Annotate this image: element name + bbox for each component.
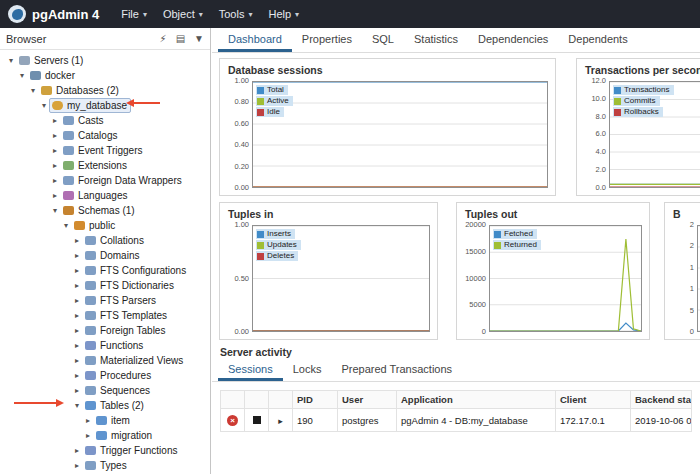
tree-node-fts-parsers[interactable]: ▸FTS Parsers <box>0 293 210 308</box>
tree-node-collations[interactable]: ▸Collations <box>0 233 210 248</box>
tree-node-domains[interactable]: ▸Domains <box>0 248 210 263</box>
expander-icon[interactable]: ▸ <box>50 176 60 185</box>
tree-node-trigger-functions[interactable]: ▸Trigger Functions <box>0 443 210 458</box>
menu-label: File <box>121 8 139 20</box>
tree-node-box: Servers (1) <box>16 53 87 68</box>
table-row[interactable]: ×▸190postgrespgAdmin 4 - DB:my_database1… <box>221 409 692 432</box>
tree-node-databases-2[interactable]: ▾Databases (2) <box>0 83 210 98</box>
tree-node-item[interactable]: ▸item <box>0 413 210 428</box>
expander-icon[interactable]: ▸ <box>72 251 82 260</box>
menu-help[interactable]: Help▾ <box>268 8 299 20</box>
expander-icon[interactable]: ▾ <box>39 101 49 110</box>
tree-node-extensions[interactable]: ▸Extensions <box>0 158 210 173</box>
tree-node-migration[interactable]: ▸migration <box>0 428 210 443</box>
tree-node-catalogs[interactable]: ▸Catalogs <box>0 128 210 143</box>
lightning-icon[interactable]: ⚡ <box>160 34 167 44</box>
y-tick-label: 4.0 <box>596 148 606 156</box>
tree-node-box: Databases (2) <box>38 83 123 98</box>
plot-area: FetchedReturned <box>489 225 642 332</box>
tree-node-my-database[interactable]: ▾my_database <box>0 98 210 113</box>
expander-icon[interactable]: ▸ <box>72 296 82 305</box>
tab-dashboard[interactable]: Dashboard <box>218 28 292 52</box>
tree-node-foreign-data-wrappers[interactable]: ▸Foreign Data Wrappers <box>0 173 210 188</box>
tree-node-languages[interactable]: ▸Languages <box>0 188 210 203</box>
tree-node-foreign-tables[interactable]: ▸Foreign Tables <box>0 323 210 338</box>
tree-node-sequences[interactable]: ▸Sequences <box>0 383 210 398</box>
tree-node-functions[interactable]: ▸Functions <box>0 338 210 353</box>
expander-icon[interactable]: ▸ <box>72 266 82 275</box>
tree-node-materialized-views[interactable]: ▸Materialized Views <box>0 353 210 368</box>
y-tick-label: 0.60 <box>234 120 249 128</box>
expander-icon[interactable]: ▾ <box>6 56 16 65</box>
tab-statistics[interactable]: Statistics <box>404 28 468 52</box>
expander-icon[interactable]: ▸ <box>72 281 82 290</box>
expander-icon[interactable]: ▸ <box>50 161 60 170</box>
expander-icon[interactable]: ▸ <box>72 371 82 380</box>
tab-sessions[interactable]: Sessions <box>218 360 283 381</box>
expander-icon[interactable]: ▸ <box>50 191 60 200</box>
expander-icon[interactable]: ▸ <box>72 356 82 365</box>
expander-icon[interactable]: ▸ <box>83 431 93 440</box>
browser-title: Browser <box>6 33 151 45</box>
expander-icon[interactable]: ▸ <box>72 236 82 245</box>
expander-icon[interactable]: ▸ <box>50 131 60 140</box>
column-header: User <box>338 391 397 409</box>
tree-node-box: Languages <box>60 188 132 203</box>
expander-icon[interactable]: ▸ <box>50 116 60 125</box>
expander-icon[interactable]: ▾ <box>50 206 60 215</box>
tree-node-fts-templates[interactable]: ▸FTS Templates <box>0 308 210 323</box>
tree-node-tables-2[interactable]: ▾Tables (2) <box>0 398 210 413</box>
expander-icon[interactable]: ▸ <box>72 446 82 455</box>
tab-dependencies[interactable]: Dependencies <box>468 28 558 52</box>
tree-node-fts-configurations[interactable]: ▸FTS Configurations <box>0 263 210 278</box>
browser-panel: Browser ⚡▤▼ ▾Servers (1)▾docker▾Database… <box>0 28 211 474</box>
tree-node-servers-1[interactable]: ▾Servers (1) <box>0 53 210 68</box>
tab-properties[interactable]: Properties <box>292 28 362 52</box>
expander-icon[interactable]: ▸ <box>72 311 82 320</box>
legend-label: Commits <box>624 96 656 106</box>
expander-icon[interactable]: ▸ <box>72 461 82 470</box>
tree-node-event-triggers[interactable]: ▸Event Triggers <box>0 143 210 158</box>
tab-locks[interactable]: Locks <box>283 360 332 381</box>
tree-node-docker[interactable]: ▾docker <box>0 68 210 83</box>
expander-icon[interactable]: ▸ <box>83 416 93 425</box>
y-tick-label: 1.00 <box>234 221 249 229</box>
expander-icon[interactable]: ▸ <box>72 341 82 350</box>
expander-icon[interactable]: ▾ <box>61 221 71 230</box>
menu-object[interactable]: Object▾ <box>163 8 203 20</box>
y-axis: 221150 <box>669 221 697 336</box>
panel-icon[interactable]: ▤ <box>176 34 185 44</box>
expander-icon[interactable]: ▾ <box>72 401 82 410</box>
y-tick-label: 12.0 <box>591 77 606 85</box>
tree-node-fts-dictionaries[interactable]: ▸FTS Dictionaries <box>0 278 210 293</box>
tab-sql[interactable]: SQL <box>362 28 404 52</box>
tree-node-public[interactable]: ▾public <box>0 218 210 233</box>
menu-file[interactable]: File▾ <box>121 8 147 20</box>
tree-node-box: my_database <box>49 98 131 113</box>
tab-dependents[interactable]: Dependents <box>558 28 637 52</box>
panel-block-io-truncated: B 221150 <box>664 202 700 340</box>
terminate-session-icon[interactable] <box>253 416 261 424</box>
expander-icon[interactable]: ▸ <box>72 386 82 395</box>
expand-row-icon[interactable]: ▸ <box>278 416 283 426</box>
filter-icon[interactable]: ▼ <box>194 34 204 44</box>
menu-tools[interactable]: Tools▾ <box>219 8 253 20</box>
expander-icon[interactable]: ▸ <box>72 326 82 335</box>
tab-label: Sessions <box>228 363 273 375</box>
tree-node-box: FTS Templates <box>82 308 171 323</box>
y-tick-label: 10000 <box>465 275 486 283</box>
cancel-query-icon[interactable]: × <box>227 415 238 426</box>
tree-node-schemas-1[interactable]: ▾Schemas (1) <box>0 203 210 218</box>
tree-node-label: docker <box>45 70 75 81</box>
tab-prepared-transactions[interactable]: Prepared Transactions <box>331 360 462 381</box>
tree-node-procedures[interactable]: ▸Procedures <box>0 368 210 383</box>
tree-node-types[interactable]: ▸Types <box>0 458 210 473</box>
tree-node-box: Foreign Data Wrappers <box>60 173 186 188</box>
expander-icon[interactable]: ▾ <box>17 71 27 80</box>
expander-icon[interactable]: ▸ <box>50 146 60 155</box>
y-tick-label: 2 <box>690 221 694 229</box>
tree-node-casts[interactable]: ▸Casts <box>0 113 210 128</box>
column-header: PID <box>293 391 338 409</box>
legend-label: Inserts <box>267 229 291 239</box>
expander-icon[interactable]: ▾ <box>28 86 38 95</box>
